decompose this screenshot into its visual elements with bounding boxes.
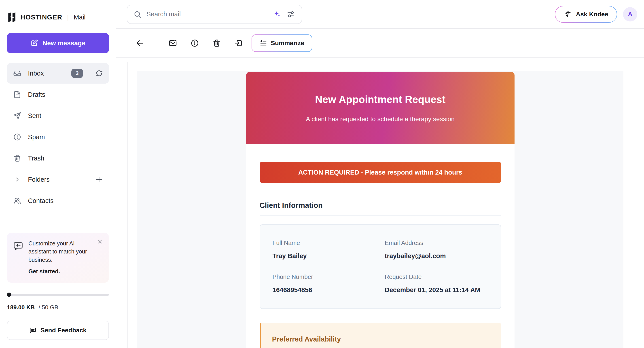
main-area: Ask Kodee A: [116, 0, 644, 348]
field-value: December 01, 2025 at 11:14 AM: [385, 286, 488, 294]
move-to-folder-icon[interactable]: [232, 37, 245, 49]
report-spam-icon[interactable]: [188, 37, 201, 49]
inbox-unread-badge: 3: [71, 69, 83, 78]
close-icon[interactable]: [97, 239, 103, 245]
info-field-request-date: Request Date December 01, 2025 at 11:14 …: [385, 274, 488, 294]
back-arrow-icon[interactable]: [134, 37, 146, 49]
storage-used-value: 189.00 KB: [7, 304, 35, 311]
storage-progress-bar: [7, 293, 109, 297]
refresh-icon[interactable]: [95, 69, 104, 77]
email-hero-banner: New Appointment Request A client has req…: [246, 72, 514, 144]
field-label: Email Address: [385, 240, 488, 247]
sidebar-item-label: Folders: [28, 176, 50, 183]
brand-product-label: Mail: [74, 14, 86, 21]
field-value: Tray Bailey: [272, 252, 376, 260]
message-toolbar: Summarize: [116, 29, 644, 58]
mark-unread-icon[interactable]: [166, 37, 179, 49]
sidebar-item-label: Contacts: [28, 197, 54, 205]
sidebar-item-label: Drafts: [28, 91, 45, 98]
email-body: ACTION REQUIRED - Please respond within …: [246, 144, 514, 348]
chevron-right-icon[interactable]: [13, 177, 21, 182]
compose-icon: [30, 39, 38, 47]
info-field-email: Email Address traybailey@aol.com: [385, 240, 488, 260]
sidebar-item-label: Spam: [28, 133, 45, 141]
get-started-link[interactable]: Get started.: [28, 268, 60, 275]
email-subtitle: A client has requested to schedule a the…: [306, 115, 454, 123]
people-icon: [13, 197, 21, 205]
toolbar-divider: [156, 37, 156, 49]
sidebar-item-trash[interactable]: Trash: [7, 148, 109, 169]
sidebar-item-label: Inbox: [28, 70, 44, 77]
sidebar-nav: Inbox 3: [7, 63, 109, 211]
brand-name: HOSTINGER: [20, 13, 62, 21]
storage-usage-text: 189.00 KB / 50 GB: [7, 304, 109, 311]
storage-total-value: / 50 GB: [39, 304, 58, 311]
top-bar: Ask Kodee A: [116, 0, 644, 29]
field-label: Request Date: [385, 274, 488, 281]
brand-divider: |: [67, 14, 69, 21]
avatar[interactable]: A: [623, 7, 637, 21]
send-feedback-button[interactable]: Send Feedback: [7, 321, 109, 340]
sidebar-item-folders[interactable]: Folders: [7, 169, 109, 190]
summarize-list-icon: [260, 39, 267, 47]
ask-kodee-button[interactable]: Ask Kodee: [555, 6, 617, 23]
sidebar-item-inbox[interactable]: Inbox 3: [7, 63, 109, 84]
storage-used-indicator: [7, 293, 11, 297]
sidebar-item-drafts[interactable]: Drafts: [7, 84, 109, 105]
ai-promo-text: Customize your AI assistant to match you…: [28, 239, 96, 264]
sidebar-item-spam[interactable]: Spam: [7, 127, 109, 147]
add-folder-plus-icon[interactable]: [95, 175, 104, 184]
search-input[interactable]: [146, 10, 268, 18]
field-value: traybailey@aol.com: [385, 252, 488, 260]
storage-track: [7, 294, 109, 296]
client-information-heading: Client Information: [260, 201, 501, 216]
inbox-icon: [13, 69, 21, 77]
sidebar-item-contacts[interactable]: Contacts: [7, 190, 109, 211]
email-card: New Appointment Request A client has req…: [246, 72, 514, 348]
email-title: New Appointment Request: [315, 93, 446, 105]
app-root: HOSTINGER | Mail New message: [0, 0, 644, 348]
new-message-button[interactable]: New message: [7, 33, 109, 53]
info-field-phone: Phone Number 16468954856: [272, 274, 376, 294]
hostinger-logo-icon: [7, 12, 17, 22]
email-viewport[interactable]: New Appointment Request A client has req…: [137, 71, 624, 348]
info-field-full-name: Full Name Tray Bailey: [272, 240, 376, 260]
top-right-controls: Ask Kodee A: [555, 6, 637, 23]
field-label: Full Name: [272, 240, 376, 247]
document-icon: [13, 90, 21, 99]
availability-heading: Preferred Availability: [272, 335, 492, 343]
filter-sliders-icon[interactable]: [286, 10, 296, 19]
sidebar: HOSTINGER | Mail New message: [0, 0, 116, 348]
action-required-banner: ACTION REQUIRED - Please respond within …: [260, 162, 501, 183]
ai-sparkles-icon[interactable]: [272, 10, 282, 19]
delete-trash-icon[interactable]: [210, 37, 223, 49]
sidebar-item-label: Trash: [28, 155, 44, 162]
search-bar[interactable]: [127, 5, 302, 24]
sidebar-item-label: Sent: [28, 112, 41, 120]
send-feedback-label: Send Feedback: [40, 327, 86, 334]
brand-logo[interactable]: HOSTINGER | Mail: [7, 12, 109, 22]
kodee-icon: [564, 10, 572, 18]
paper-plane-icon: [13, 112, 21, 120]
trash-icon: [13, 154, 21, 162]
field-label: Phone Number: [272, 274, 376, 281]
message-panel: New Appointment Request A client has req…: [128, 62, 633, 348]
summarize-button[interactable]: Summarize: [252, 34, 312, 52]
ai-promo-card: Customize your AI assistant to match you…: [7, 233, 109, 283]
feedback-bubble-icon: [29, 327, 36, 334]
client-info-card: Full Name Tray Bailey Email Address tray…: [260, 224, 501, 309]
ask-kodee-label: Ask Kodee: [576, 11, 608, 18]
sidebar-item-sent[interactable]: Sent: [7, 105, 109, 126]
new-message-label: New message: [42, 39, 86, 47]
alert-circle-icon: [13, 133, 21, 141]
search-icon: [134, 10, 142, 18]
ai-chat-sparkle-icon: [13, 241, 24, 252]
field-value: 16468954856: [272, 286, 376, 294]
preferred-availability-card: Preferred Availability Dates:Dec 06, 202…: [260, 323, 501, 348]
summarize-label: Summarize: [271, 39, 304, 47]
